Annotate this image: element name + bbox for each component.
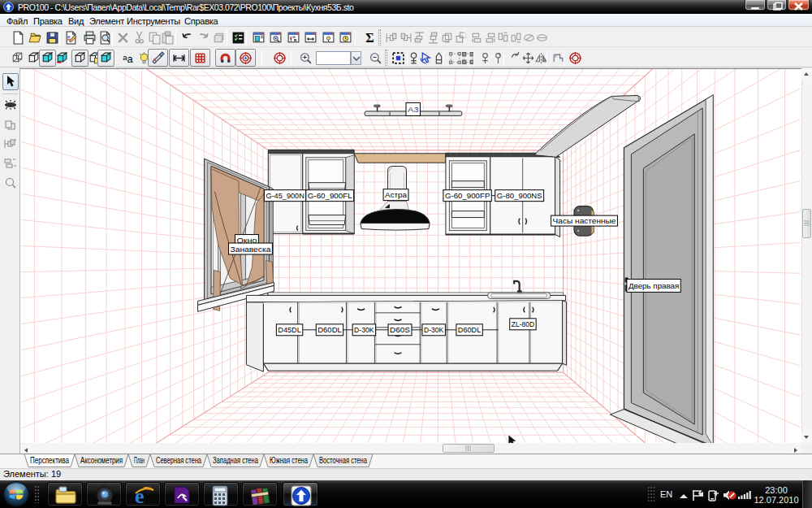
svg-text:Восточная стена: Восточная стена	[319, 456, 367, 465]
svg-text:G-60_900FL: G-60_900FL	[308, 191, 352, 200]
svg-text:Дверь правая: Дверь правая	[628, 281, 679, 290]
svg-text:Астра: Астра	[385, 190, 407, 199]
svg-text:Часы настенные: Часы настенные	[553, 216, 616, 225]
svg-text:D60DL: D60DL	[317, 325, 342, 334]
svg-text:G-80_900NS: G-80_900NS	[497, 191, 542, 200]
svg-text:План: План	[134, 456, 145, 465]
svg-text:Занавеска: Занавеска	[230, 245, 270, 254]
svg-text:D45DL: D45DL	[278, 325, 301, 334]
svg-text:G-45_900N: G-45_900N	[266, 191, 304, 200]
svg-text:D60DL: D60DL	[458, 325, 482, 334]
svg-text:D-30K: D-30K	[424, 325, 444, 334]
svg-text:D60S: D60S	[390, 325, 410, 334]
svg-text:Западная стена: Западная стена	[213, 456, 258, 465]
svg-text:D-30K: D-30K	[354, 325, 374, 334]
svg-text:G-60_900FP: G-60_900FP	[445, 191, 490, 200]
svg-text:A3: A3	[408, 105, 419, 114]
svg-text:Южная стена: Южная стена	[270, 456, 308, 465]
svg-text:Перспектива: Перспектива	[30, 456, 69, 465]
svg-text:ZL-80D: ZL-80D	[512, 319, 534, 328]
svg-text:Северная стена: Северная стена	[156, 456, 201, 465]
svg-text:Аксонометрия: Аксонометрия	[80, 456, 123, 465]
svg-text:Σ: Σ	[365, 31, 374, 45]
svg-text:a: a	[127, 53, 133, 65]
